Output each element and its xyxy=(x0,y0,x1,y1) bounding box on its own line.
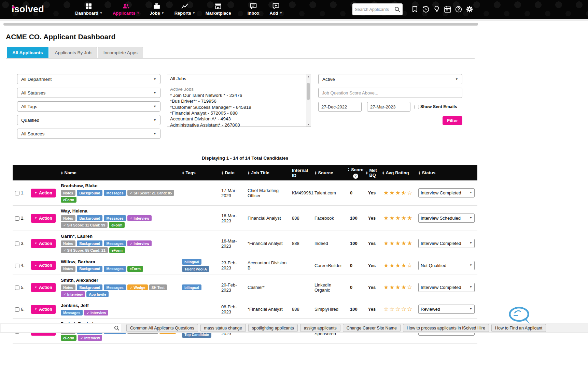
star-icon[interactable]: ★ xyxy=(383,190,389,196)
horizontal-scrollbar[interactable] xyxy=(3,23,478,26)
star-icon[interactable]: ☆ xyxy=(407,263,412,268)
row-select-checkbox[interactable] xyxy=(15,307,19,312)
star-icon[interactable]: ★ xyxy=(401,284,406,290)
tag-bilingual[interactable]: bilingual xyxy=(182,284,201,290)
scroll-down-icon[interactable]: ▼ xyxy=(307,123,310,126)
job-option[interactable]: *Financial Analyst - 572005 - 888 xyxy=(170,110,304,116)
column-header-score[interactable]: ▲▼Score? xyxy=(347,165,364,180)
show-sent-emails-checkbox[interactable] xyxy=(415,105,419,109)
job-option[interactable]: Administrative Assistant* - 267808 xyxy=(170,122,304,127)
job-option[interactable]: Accountant Division A* - 4943 xyxy=(170,116,304,122)
jobs-scrollbar-thumb[interactable] xyxy=(307,83,310,100)
jobs-scrollbar[interactable]: ▲ ▼ xyxy=(306,74,311,127)
row-action-button[interactable]: ▼Action xyxy=(31,283,56,292)
badge-background[interactable]: Background xyxy=(77,190,102,196)
filter-select-all-sources[interactable]: All Sources▼ xyxy=(17,129,160,139)
sort-arrows-icon[interactable]: ▲▼ xyxy=(314,171,317,175)
star-icon[interactable]: ★ xyxy=(395,240,400,246)
candidate-name[interactable]: Garin*, Lauren xyxy=(61,234,178,239)
row-select-checkbox[interactable] xyxy=(15,285,19,290)
star-icon[interactable]: ☆ xyxy=(407,306,412,312)
nav-item-add[interactable]: Add▼ xyxy=(265,0,290,19)
star-icon[interactable]: ☆ xyxy=(407,284,412,290)
filter-button[interactable]: Filter xyxy=(443,116,462,125)
row-action-button[interactable]: ▼Action xyxy=(31,189,56,197)
badge-eform[interactable]: eForm xyxy=(61,197,76,203)
sort-arrows-icon[interactable]: ▲▼ xyxy=(348,167,350,172)
row-action-button[interactable]: ▼Action xyxy=(31,239,56,248)
candidate-name[interactable]: Jenkins, Jeff xyxy=(61,303,178,308)
status-select[interactable]: Interview Scheduled xyxy=(418,214,475,223)
bookmark-icon[interactable] xyxy=(411,5,418,13)
star-icon[interactable]: ★ xyxy=(383,240,389,246)
badge-background[interactable]: Background xyxy=(77,215,102,221)
star-icon[interactable]: ★ xyxy=(389,240,394,246)
nav-item-inbox[interactable]: Inbox xyxy=(240,0,265,19)
job-question-score-input[interactable] xyxy=(318,88,462,98)
badge-interview[interactable]: ✓ Interview xyxy=(84,310,108,315)
search-applicants-input[interactable] xyxy=(355,7,394,12)
badge-messages[interactable]: Messages xyxy=(61,310,83,315)
star-icon[interactable]: ★ xyxy=(383,284,389,290)
candidate-name[interactable]: Willow, Barbara xyxy=(61,259,178,264)
calendar-icon[interactable] xyxy=(444,5,451,13)
column-header-tags[interactable]: ▲▼Tags xyxy=(180,165,219,180)
badge-messages[interactable]: Messages xyxy=(104,240,126,246)
sort-arrows-icon[interactable]: ▲▼ xyxy=(382,171,384,175)
badge-notes[interactable]: Notes xyxy=(61,284,75,290)
tab-all-applicants[interactable]: All Applicants xyxy=(7,47,48,58)
status-select[interactable]: Interview Completed xyxy=(418,188,475,197)
star-icon[interactable]: ★ xyxy=(383,215,389,221)
job-option[interactable]: *Bus Driver** - 719956 xyxy=(170,98,304,104)
filter-select-all-department[interactable]: All Department▼ xyxy=(17,74,160,84)
tag-talent-pool-a[interactable]: Talent Pool A xyxy=(182,266,209,272)
footer-button-how-to-find-an-applicant[interactable]: How to Find an Applicant xyxy=(491,324,546,332)
column-header-name[interactable]: ▲▼Name xyxy=(59,165,180,180)
star-icon[interactable]: ★ xyxy=(383,263,389,268)
status-select[interactable]: Reviewed xyxy=(418,305,475,314)
filter-select-all-tags[interactable]: All Tags▼ xyxy=(17,101,160,112)
row-select-checkbox[interactable] xyxy=(15,191,19,195)
job-option[interactable]: * Join Our Talent Network * - 23476 xyxy=(170,92,304,98)
candidate-name[interactable]: Way, Helena xyxy=(61,208,178,214)
filter-select-all-statuses[interactable]: All Statuses▼ xyxy=(17,88,160,98)
badge-eform[interactable]: eForm xyxy=(109,247,125,253)
tag-bilingual[interactable]: bilingual xyxy=(182,259,201,265)
badge-interview[interactable]: ✓ Interview xyxy=(78,335,102,341)
tab-applicants-by-job[interactable]: Applicants By Job xyxy=(50,47,97,58)
badge-messages[interactable]: Messages xyxy=(104,215,126,221)
column-header-job-title[interactable]: ▲▼Job Title xyxy=(246,165,290,180)
chat-bubble-icon[interactable] xyxy=(509,307,531,324)
column-header-met-bq[interactable]: ▲▼Met BQ xyxy=(364,165,380,180)
brand-logo[interactable]: isolved xyxy=(12,4,44,15)
candidate-name[interactable]: Smith, Alexander xyxy=(61,278,178,283)
badge-eform[interactable]: eForm xyxy=(61,335,76,341)
badge-background[interactable]: Background xyxy=(77,266,102,272)
footer-button-mass-status-change[interactable]: mass status change xyxy=(200,324,246,332)
badge-messages[interactable]: Messages xyxy=(104,284,126,290)
footer-button-common-all-applicants-questions[interactable]: Common All Applicants Questions xyxy=(126,324,198,332)
date-to-input[interactable] xyxy=(367,102,410,112)
star-icon[interactable]: ★ xyxy=(401,215,406,221)
date-from-input[interactable] xyxy=(318,102,362,112)
column-header-status[interactable]: ▲▼Status xyxy=(416,165,477,180)
badge-notes[interactable]: Notes xyxy=(61,240,75,246)
star-icon[interactable]: ★ xyxy=(389,215,394,221)
nav-item-dashboard[interactable]: Dashboard▼ xyxy=(70,0,108,19)
badge-messages[interactable]: Messages xyxy=(104,266,126,272)
settings-gear-icon[interactable] xyxy=(466,5,473,13)
status-select[interactable]: Interview Completed xyxy=(418,239,475,248)
status-select[interactable]: Not Qualified xyxy=(418,261,475,270)
badge-sh-score-85-cand-21[interactable]: ✓ SH Score: 85 Cand: 21 xyxy=(61,247,108,253)
column-header-avg-rating[interactable]: ▲▼Avg Rating xyxy=(380,165,416,180)
star-icon[interactable]: ☆ xyxy=(389,306,394,312)
row-select-checkbox[interactable] xyxy=(15,264,19,268)
score-help-icon[interactable]: ? xyxy=(353,174,358,179)
star-icon[interactable]: ★ xyxy=(389,263,394,268)
badge-sh-test[interactable]: SH Test xyxy=(149,284,167,290)
badge-notes[interactable]: Notes xyxy=(61,190,75,196)
badge-sh-score-11-cand-99[interactable]: ✓ SH Score: 11 Cand: 99 xyxy=(61,222,108,228)
star-icon[interactable]: ★ xyxy=(407,215,412,221)
job-option-all-jobs[interactable]: All Jobs xyxy=(170,76,304,82)
star-icon[interactable]: ☆ xyxy=(401,306,406,312)
